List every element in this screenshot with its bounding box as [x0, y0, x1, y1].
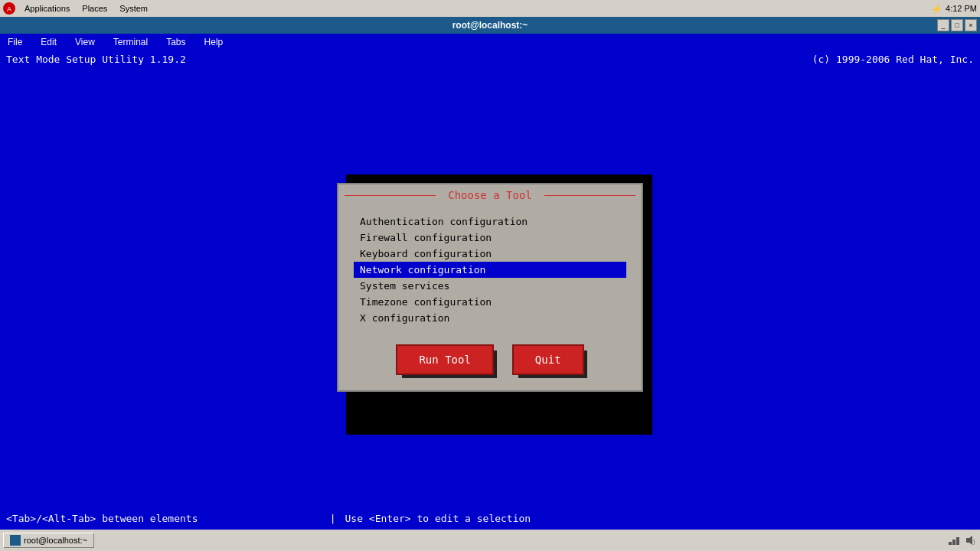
maximize-button[interactable]: □ [951, 19, 963, 31]
clock: 4:12 PM [946, 4, 977, 13]
terminal-menu[interactable]: Terminal [109, 35, 152, 49]
hint-tab: <Tab>/<Alt-Tab> between elements [6, 513, 321, 524]
tool-x[interactable]: X configuration [354, 310, 626, 326]
choose-tool-dialog: Choose a Tool Authentication configurati… [337, 183, 643, 392]
header-line: Text Mode Setup Utility 1.19.2 (c) 1999-… [0, 51, 980, 68]
svg-text:A: A [7, 5, 11, 13]
help-menu[interactable]: Help [200, 35, 228, 49]
taskbar: root@localhost:~ ) [0, 530, 980, 551]
network-tray-icon [948, 534, 960, 546]
hint-enter: Use <Enter> to edit a selection [345, 513, 974, 524]
svg-text:⚡: ⚡ [931, 3, 940, 14]
tool-authentication[interactable]: Authentication configuration [354, 214, 626, 230]
dialog-title-bar: Choose a Tool [338, 184, 642, 201]
hint-separator: | [330, 513, 336, 524]
system-bar: A Applications Places System ⚡ 4:12 PM [0, 0, 980, 17]
dialog-title: Choose a Tool [442, 189, 538, 201]
copyright-text: (c) 1999-2006 Red Hat, Inc. [812, 54, 974, 65]
tool-network[interactable]: Network configuration [354, 262, 626, 278]
title-bar: root@localhost:~ _ □ × [0, 17, 980, 34]
taskbar-terminal[interactable]: root@localhost:~ [3, 533, 94, 548]
svg-rect-3 [949, 542, 952, 545]
edit-menu[interactable]: Edit [36, 35, 61, 49]
sound-tray-icon: ) [965, 534, 977, 546]
window-controls: _ □ × [937, 19, 977, 31]
utility-title: Text Mode Setup Utility 1.19.2 [6, 54, 186, 65]
menu-bar: File Edit View Terminal Tabs Help [0, 34, 980, 51]
svg-text:): ) [973, 538, 975, 545]
tool-timezone[interactable]: Timezone configuration [354, 294, 626, 310]
taskbar-app-label: root@localhost:~ [24, 536, 87, 545]
applications-menu[interactable]: Applications [21, 4, 73, 13]
main-area: Choose a Tool Authentication configurati… [0, 68, 980, 507]
dialog-buttons: Run Tool Quit [338, 332, 642, 390]
file-menu[interactable]: File [3, 35, 27, 49]
svg-rect-4 [952, 540, 956, 545]
minimize-button[interactable]: _ [937, 19, 949, 31]
app-icon: A [3, 2, 15, 15]
close-button[interactable]: × [965, 19, 977, 31]
bottom-bar: <Tab>/<Alt-Tab> between elements | Use <… [0, 507, 980, 530]
quit-button[interactable]: Quit [512, 344, 584, 375]
svg-rect-5 [956, 537, 959, 545]
bluetooth-icon: ⚡ [929, 2, 941, 15]
tool-keyboard[interactable]: Keyboard configuration [354, 246, 626, 262]
tool-firewall[interactable]: Firewall configuration [354, 230, 626, 246]
svg-marker-6 [966, 536, 972, 545]
tool-services[interactable]: System services [354, 278, 626, 294]
view-menu[interactable]: View [70, 35, 100, 49]
run-tool-button[interactable]: Run Tool [396, 344, 493, 375]
tabs-menu[interactable]: Tabs [162, 35, 190, 49]
window-title: root@localhost:~ [452, 20, 528, 31]
terminal-taskbar-icon [10, 535, 21, 546]
dialog-content: Authentication configuration Firewall co… [338, 201, 642, 332]
places-menu[interactable]: Places [79, 4, 110, 13]
system-menu[interactable]: System [116, 4, 151, 13]
